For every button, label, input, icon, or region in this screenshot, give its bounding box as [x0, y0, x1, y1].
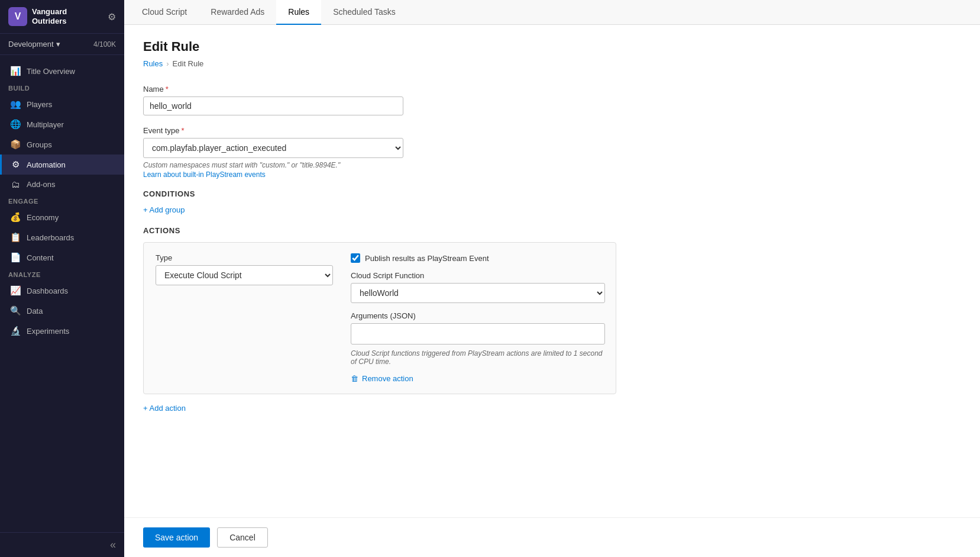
args-label: Arguments (JSON)	[351, 311, 605, 320]
tab-cloud-script[interactable]: Cloud Script	[130, 0, 199, 25]
leaderboards-icon: 📋	[10, 232, 21, 243]
env-name: Development	[8, 40, 54, 49]
cpu-hint: Cloud Script functions triggered from Pl…	[351, 349, 605, 366]
sidebar-item-label-multiplayer: Multiplayer	[27, 120, 64, 129]
sidebar-item-label-economy: Economy	[27, 213, 59, 222]
sidebar-item-multiplayer[interactable]: 🌐Multiplayer	[0, 114, 124, 134]
cloud-func-label: Cloud Script Function	[351, 271, 605, 280]
sidebar-item-players[interactable]: 👥Players	[0, 94, 124, 114]
sidebar-section-engage: ENGAGE	[0, 194, 124, 207]
sidebar-item-dashboards[interactable]: 📈Dashboards	[0, 281, 124, 301]
remove-action-button[interactable]: 🗑 Remove action	[351, 374, 605, 383]
chevron-down-icon: ▾	[56, 40, 60, 49]
sidebar-item-title-overview[interactable]: 📊Title Overview	[0, 61, 124, 81]
sidebar-item-content[interactable]: 📄Content	[0, 247, 124, 268]
tab-scheduled-tasks[interactable]: Scheduled Tasks	[321, 0, 407, 25]
sidebar-section-analyze: ANALYZE	[0, 268, 124, 281]
breadcrumb: Rules › Edit Rule	[143, 59, 961, 68]
sidebar-item-label-automation: Automation	[27, 160, 66, 169]
add-ons-icon: 🗂	[10, 179, 21, 189]
content-icon: 📄	[10, 252, 21, 263]
economy-icon: 💰	[10, 212, 21, 223]
event-type-label: Event type*	[143, 126, 961, 135]
breadcrumb-current: Edit Rule	[173, 59, 204, 68]
sidebar-section-build: BUILD	[0, 81, 124, 94]
content-area: Edit Rule Rules › Edit Rule Name* Event …	[124, 25, 980, 517]
cancel-button[interactable]: Cancel	[217, 527, 268, 548]
sidebar-item-label-players: Players	[27, 100, 52, 109]
sidebar-item-economy[interactable]: 💰Economy	[0, 207, 124, 227]
title-overview-icon: 📊	[10, 66, 21, 76]
sidebar-item-label-dashboards: Dashboards	[27, 286, 68, 295]
sidebar-item-data[interactable]: 🔍Data	[0, 301, 124, 321]
sidebar-item-label-groups: Groups	[27, 140, 52, 149]
actions-inner: Type Execute Cloud ScriptGrant Virtual C…	[156, 253, 604, 383]
logo-text: Vanguard Outriders	[32, 7, 67, 25]
args-input[interactable]	[351, 323, 605, 344]
sidebar-item-groups[interactable]: 📦Groups	[0, 134, 124, 154]
automation-icon: ⚙	[10, 159, 21, 170]
sidebar-item-label-title-overview: Title Overview	[27, 67, 75, 76]
event-type-hint: Custom namespaces must start with "custo…	[143, 161, 961, 169]
publish-checkbox[interactable]	[351, 253, 360, 263]
event-type-field-group: Event type* com.playfab.player_action_ex…	[143, 126, 961, 179]
name-field-group: Name*	[143, 85, 961, 115]
sidebar-item-automation[interactable]: ⚙Automation	[0, 154, 124, 175]
sidebar-item-label-leaderboards: Leaderboards	[27, 233, 74, 242]
tab-rewarded-ads[interactable]: Rewarded Ads	[199, 0, 276, 25]
sidebar-item-leaderboards[interactable]: 📋Leaderboards	[0, 227, 124, 247]
sidebar-header: V Vanguard Outriders ⚙	[0, 0, 124, 34]
actions-header: ACTIONS	[143, 226, 961, 235]
publish-checkbox-row: Publish results as PlayStream Event	[351, 253, 605, 263]
main-panel: Cloud ScriptRewarded AdsRulesScheduled T…	[124, 0, 980, 557]
breadcrumb-rules-link[interactable]: Rules	[143, 59, 163, 68]
sidebar-item-label-add-ons: Add-ons	[27, 180, 55, 189]
experiments-icon: 🔬	[10, 326, 21, 336]
sidebar: V Vanguard Outriders ⚙ Development ▾ 4/1…	[0, 0, 124, 557]
name-input[interactable]	[143, 96, 403, 115]
tab-rules[interactable]: Rules	[276, 0, 321, 25]
sidebar-item-label-content: Content	[27, 253, 54, 262]
players-icon: 👥	[10, 99, 21, 110]
sidebar-collapse-button[interactable]: «	[0, 532, 124, 557]
sidebar-logo: V Vanguard Outriders	[8, 7, 67, 26]
cloud-func-select[interactable]: helloWorldmainsendEvent	[351, 283, 605, 303]
event-type-required-star: *	[181, 126, 184, 135]
data-icon: 🔍	[10, 305, 21, 316]
playstream-events-link[interactable]: Learn about built-in PlayStream events	[143, 170, 266, 179]
save-button[interactable]: Save action	[143, 527, 210, 548]
type-select[interactable]: Execute Cloud ScriptGrant Virtual Curren…	[156, 265, 333, 285]
name-label: Name*	[143, 85, 961, 94]
actions-section: Type Execute Cloud ScriptGrant Virtual C…	[143, 242, 616, 394]
multiplayer-icon: 🌐	[10, 119, 21, 130]
sidebar-item-label-data: Data	[27, 307, 43, 315]
sidebar-item-add-ons[interactable]: 🗂Add-ons	[0, 175, 124, 194]
publish-checkbox-label: Publish results as PlayStream Event	[365, 254, 489, 263]
dashboards-icon: 📈	[10, 285, 21, 296]
sidebar-nav: 📊Title OverviewBUILD👥Players🌐Multiplayer…	[0, 55, 124, 347]
env-bar: Development ▾ 4/100K	[0, 34, 124, 55]
env-selector[interactable]: Development ▾	[8, 40, 60, 49]
tabs-bar: Cloud ScriptRewarded AdsRulesScheduled T…	[124, 0, 980, 25]
event-type-select[interactable]: com.playfab.player_action_executed	[143, 138, 403, 158]
conditions-header: CONDITIONS	[143, 189, 961, 198]
name-required-star: *	[166, 85, 169, 94]
trash-icon: 🗑	[351, 374, 358, 383]
groups-icon: 📦	[10, 139, 21, 150]
bottom-actions: Save action Cancel	[124, 517, 980, 557]
action-right-col: Publish results as PlayStream Event Clou…	[351, 253, 605, 383]
action-left: Type Execute Cloud ScriptGrant Virtual C…	[156, 253, 333, 285]
add-action-button[interactable]: + Add action	[143, 404, 961, 413]
logo-icon: V	[8, 7, 27, 26]
remove-action-label: Remove action	[362, 374, 413, 383]
sidebar-item-label-experiments: Experiments	[27, 327, 69, 336]
env-count: 4/100K	[93, 40, 116, 49]
page-title: Edit Rule	[143, 39, 961, 54]
breadcrumb-separator: ›	[166, 59, 169, 68]
sidebar-item-experiments[interactable]: 🔬Experiments	[0, 321, 124, 341]
add-group-button[interactable]: + Add group	[143, 205, 961, 214]
settings-icon[interactable]: ⚙	[108, 11, 116, 22]
type-label: Type	[156, 253, 333, 262]
